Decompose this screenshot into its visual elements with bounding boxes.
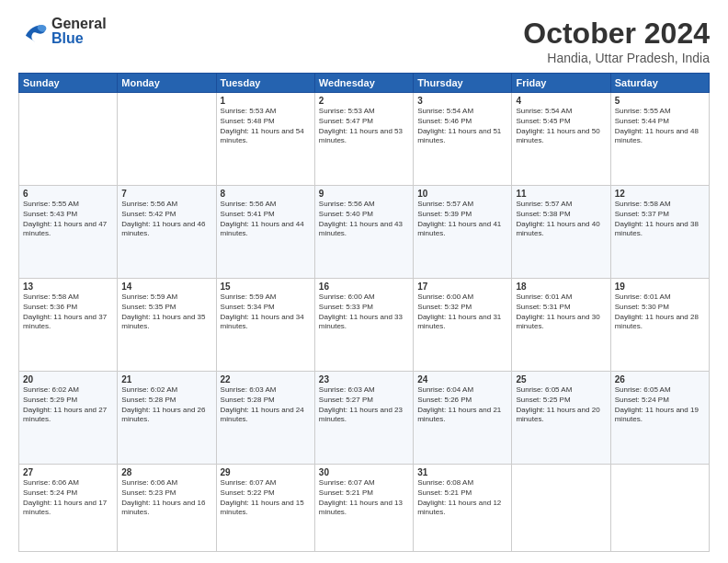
header: General Blue October 2024 Handia, Uttar … (18, 17, 710, 65)
day-info: Sunrise: 6:04 AMSunset: 5:26 PMDaylight:… (417, 385, 507, 425)
day-number: 18 (516, 282, 606, 292)
day-info: Sunrise: 5:53 AMSunset: 5:48 PMDaylight:… (221, 107, 311, 146)
calendar-cell: 19Sunrise: 6:01 AMSunset: 5:30 PMDayligh… (610, 278, 709, 371)
day-header-saturday: Saturday (610, 74, 709, 93)
calendar-cell: 13Sunrise: 5:58 AMSunset: 5:36 PMDayligh… (19, 278, 118, 371)
calendar-cell: 11Sunrise: 5:57 AMSunset: 5:38 PMDayligh… (512, 185, 610, 278)
logo: General Blue (18, 17, 107, 46)
day-info: Sunrise: 5:56 AMSunset: 5:41 PMDaylight:… (221, 200, 311, 239)
day-number: 20 (23, 374, 113, 385)
day-header-monday: Monday (118, 74, 216, 93)
day-number: 24 (417, 374, 507, 385)
day-info: Sunrise: 6:02 AMSunset: 5:28 PMDaylight:… (121, 385, 211, 425)
calendar-cell (610, 464, 709, 551)
calendar-header-row: SundayMondayTuesdayWednesdayThursdayFrid… (19, 74, 710, 93)
day-info: Sunrise: 5:56 AMSunset: 5:40 PMDaylight:… (319, 200, 409, 239)
day-info: Sunrise: 6:05 AMSunset: 5:25 PMDaylight:… (516, 385, 606, 425)
day-number: 10 (417, 189, 507, 199)
calendar-cell: 25Sunrise: 6:05 AMSunset: 5:25 PMDayligh… (512, 371, 610, 464)
day-info: Sunrise: 6:06 AMSunset: 5:24 PMDaylight:… (23, 478, 113, 518)
day-number: 5 (615, 96, 705, 106)
day-number: 16 (319, 282, 409, 292)
calendar-cell: 27Sunrise: 6:06 AMSunset: 5:24 PMDayligh… (19, 464, 118, 551)
day-info: Sunrise: 6:07 AMSunset: 5:22 PMDaylight:… (221, 478, 311, 518)
calendar-cell: 15Sunrise: 5:59 AMSunset: 5:34 PMDayligh… (216, 278, 314, 371)
calendar-cell: 10Sunrise: 5:57 AMSunset: 5:39 PMDayligh… (414, 185, 512, 278)
day-number: 1 (221, 96, 311, 106)
calendar-cell (19, 93, 118, 186)
day-header-thursday: Thursday (414, 74, 512, 93)
day-number: 17 (417, 282, 507, 292)
calendar-cell: 8Sunrise: 5:56 AMSunset: 5:41 PMDaylight… (216, 185, 314, 278)
calendar-cell: 22Sunrise: 6:03 AMSunset: 5:28 PMDayligh… (216, 371, 314, 464)
day-info: Sunrise: 5:57 AMSunset: 5:39 PMDaylight:… (417, 200, 507, 239)
day-header-tuesday: Tuesday (216, 74, 314, 93)
calendar-cell: 12Sunrise: 5:58 AMSunset: 5:37 PMDayligh… (610, 185, 709, 278)
day-number: 14 (121, 282, 211, 292)
day-info: Sunrise: 6:08 AMSunset: 5:21 PMDaylight:… (417, 478, 507, 518)
calendar-week-4: 20Sunrise: 6:02 AMSunset: 5:29 PMDayligh… (19, 371, 710, 464)
day-number: 4 (516, 96, 606, 106)
day-number: 31 (417, 467, 507, 477)
day-number: 27 (23, 467, 113, 477)
day-number: 15 (221, 282, 311, 292)
logo-blue-text: Blue (51, 31, 107, 46)
logo-label: General Blue (51, 17, 107, 46)
day-number: 19 (615, 282, 705, 292)
logo-bird-icon (18, 18, 48, 44)
day-info: Sunrise: 6:02 AMSunset: 5:29 PMDaylight:… (23, 385, 113, 425)
page: General Blue October 2024 Handia, Uttar … (0, 0, 728, 563)
day-info: Sunrise: 5:59 AMSunset: 5:35 PMDaylight:… (121, 293, 211, 332)
month-title: October 2024 (523, 17, 710, 51)
day-info: Sunrise: 6:00 AMSunset: 5:32 PMDaylight:… (417, 293, 507, 332)
calendar-week-5: 27Sunrise: 6:06 AMSunset: 5:24 PMDayligh… (19, 464, 710, 551)
day-number: 8 (221, 189, 311, 199)
day-info: Sunrise: 5:58 AMSunset: 5:37 PMDaylight:… (615, 200, 705, 239)
calendar-cell: 18Sunrise: 6:01 AMSunset: 5:31 PMDayligh… (512, 278, 610, 371)
location: Handia, Uttar Pradesh, India (523, 51, 710, 65)
day-number: 21 (121, 374, 211, 385)
day-header-wednesday: Wednesday (314, 74, 413, 93)
day-number: 13 (23, 282, 113, 292)
day-info: Sunrise: 5:55 AMSunset: 5:44 PMDaylight:… (615, 107, 705, 146)
day-info: Sunrise: 5:59 AMSunset: 5:34 PMDaylight:… (221, 293, 311, 332)
day-info: Sunrise: 5:58 AMSunset: 5:36 PMDaylight:… (23, 293, 113, 332)
day-number: 7 (121, 189, 211, 199)
calendar-cell: 30Sunrise: 6:07 AMSunset: 5:21 PMDayligh… (314, 464, 413, 551)
day-number: 3 (417, 96, 507, 106)
calendar-cell: 4Sunrise: 5:54 AMSunset: 5:45 PMDaylight… (512, 93, 610, 186)
calendar-cell: 1Sunrise: 5:53 AMSunset: 5:48 PMDaylight… (216, 93, 314, 186)
day-info: Sunrise: 6:01 AMSunset: 5:30 PMDaylight:… (615, 293, 705, 332)
day-info: Sunrise: 5:55 AMSunset: 5:43 PMDaylight:… (23, 200, 113, 239)
day-info: Sunrise: 6:05 AMSunset: 5:24 PMDaylight:… (615, 385, 705, 425)
calendar-cell: 7Sunrise: 5:56 AMSunset: 5:42 PMDaylight… (118, 185, 216, 278)
day-info: Sunrise: 6:03 AMSunset: 5:27 PMDaylight:… (319, 385, 409, 425)
day-info: Sunrise: 6:07 AMSunset: 5:21 PMDaylight:… (319, 478, 409, 518)
calendar-table: SundayMondayTuesdayWednesdayThursdayFrid… (18, 73, 710, 552)
day-number: 26 (615, 374, 705, 385)
day-header-sunday: Sunday (19, 74, 118, 93)
calendar-cell: 21Sunrise: 6:02 AMSunset: 5:28 PMDayligh… (118, 371, 216, 464)
calendar-cell: 5Sunrise: 5:55 AMSunset: 5:44 PMDaylight… (610, 93, 709, 186)
calendar-cell: 28Sunrise: 6:06 AMSunset: 5:23 PMDayligh… (118, 464, 216, 551)
day-number: 29 (221, 467, 311, 477)
calendar-week-1: 1Sunrise: 5:53 AMSunset: 5:48 PMDaylight… (19, 93, 710, 186)
day-number: 6 (23, 189, 113, 199)
calendar-week-2: 6Sunrise: 5:55 AMSunset: 5:43 PMDaylight… (19, 185, 710, 278)
day-number: 23 (319, 374, 409, 385)
calendar-cell (118, 93, 216, 186)
day-number: 12 (615, 189, 705, 199)
day-info: Sunrise: 5:53 AMSunset: 5:47 PMDaylight:… (319, 107, 409, 146)
day-info: Sunrise: 5:56 AMSunset: 5:42 PMDaylight:… (121, 200, 211, 239)
title-block: October 2024 Handia, Uttar Pradesh, Indi… (523, 17, 710, 65)
day-number: 9 (319, 189, 409, 199)
calendar-cell: 3Sunrise: 5:54 AMSunset: 5:46 PMDaylight… (414, 93, 512, 186)
day-info: Sunrise: 6:03 AMSunset: 5:28 PMDaylight:… (221, 385, 311, 425)
calendar-cell (512, 464, 610, 551)
calendar-cell: 23Sunrise: 6:03 AMSunset: 5:27 PMDayligh… (314, 371, 413, 464)
day-header-friday: Friday (512, 74, 610, 93)
day-info: Sunrise: 5:54 AMSunset: 5:46 PMDaylight:… (417, 107, 507, 146)
day-info: Sunrise: 6:06 AMSunset: 5:23 PMDaylight:… (121, 478, 211, 518)
day-number: 30 (319, 467, 409, 477)
day-number: 11 (516, 189, 606, 199)
